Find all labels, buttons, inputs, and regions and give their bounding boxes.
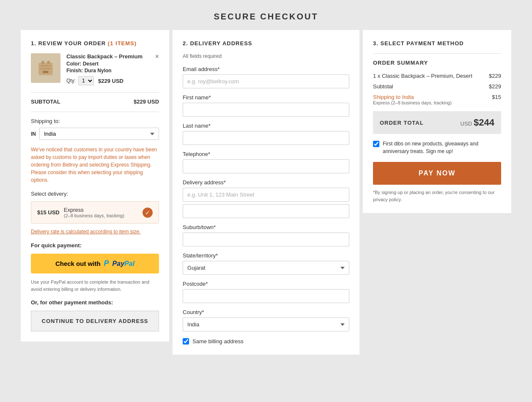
state-label: State/territory*	[183, 252, 349, 259]
product-name: Classic Backpack – Premium	[66, 53, 159, 60]
country-group: Country* India Australia United States	[183, 309, 349, 331]
summary-shipping-row: Shipping to India $15 Express (2–8 busin…	[373, 94, 501, 105]
product-image	[31, 53, 60, 83]
shipping-label: Shipping to:	[31, 118, 159, 124]
product-qty-row: Qty: 1 2 3 $229 USD	[66, 76, 159, 85]
telephone-label: Telephone*	[183, 151, 349, 157]
email-group: Email address*	[183, 66, 349, 88]
subtotal-value: $229 USD	[134, 98, 159, 105]
paypal-p-icon: P	[104, 259, 109, 268]
state-group: State/territory* Gujarat Maharashtra Kar…	[183, 252, 349, 275]
last-name-input[interactable]	[183, 131, 349, 145]
delivery-option[interactable]: $15 USD Express (2–8 business days, trac…	[31, 201, 159, 224]
first-name-input[interactable]	[183, 103, 349, 117]
quick-payment-label: For quick payment:	[31, 242, 159, 249]
divider-1	[31, 92, 159, 93]
country-row: IN India United States Australia	[31, 128, 159, 140]
right-panel: 3. SELECT PAYMENT METHOD ORDER SUMMARY 1…	[363, 30, 511, 213]
summary-item-row: 1 x Classic Backpack – Premium, Desert $…	[373, 73, 501, 79]
quantity-stepper[interactable]: 1 2 3	[78, 76, 94, 85]
telephone-input[interactable]	[183, 159, 349, 173]
product-price: $229 USD	[98, 78, 123, 84]
delivery-address-group: Delivery address*	[183, 179, 349, 218]
selected-delivery-check: ✓	[143, 208, 153, 218]
suburb-group: Suburb/town*	[183, 224, 349, 246]
order-total-box: ORDER TOTAL USD$244	[373, 111, 501, 134]
product-finish: Finish: Dura Nylon	[66, 68, 159, 74]
last-name-label: Last name*	[183, 123, 349, 129]
summary-subtotal-label: Subtotal	[373, 83, 393, 90]
delivery-address-input-1[interactable]	[183, 188, 349, 202]
middle-panel: 2. DELIVERY ADDRESS All fields required …	[173, 30, 359, 355]
first-name-label: First name*	[183, 94, 349, 101]
subtotal-label: SUBTOTAL	[31, 98, 60, 105]
continue-to-delivery-button[interactable]: CONTINUE TO DELIVERY ADDRESS	[31, 311, 159, 331]
payment-method-title: 3. SELECT PAYMENT METHOD	[373, 40, 501, 46]
state-select[interactable]: Gujarat Maharashtra Karnataka Delhi	[183, 261, 349, 275]
telephone-group: Telephone*	[183, 151, 349, 173]
qty-label: Qty:	[66, 78, 76, 84]
summary-subtotal-row: Subtotal $229	[373, 83, 501, 90]
country-select[interactable]: India United States Australia	[39, 128, 159, 140]
svg-rect-4	[41, 68, 51, 69]
delivery-rate-link[interactable]: Delivery rate is calculated according to…	[31, 229, 159, 235]
privacy-note: *By signing up or placing an order, you'…	[373, 189, 501, 203]
customs-warning: We've noticed that customers in your cou…	[31, 146, 159, 184]
postcode-input[interactable]	[183, 289, 349, 303]
first-name-group: First name*	[183, 94, 349, 117]
postcode-group: Postcode*	[183, 281, 349, 303]
delivery-price: $15 USD	[37, 209, 60, 216]
billing-checkbox-row: Same billing address	[183, 338, 349, 345]
left-panel: 1. REVIEW YOUR ORDER (1 ITEMS) Classic B…	[21, 30, 169, 342]
svg-rect-5	[43, 71, 48, 73]
shipping-to-label: Shipping to India	[373, 94, 414, 100]
delivery-name: Express	[64, 207, 84, 213]
shipping-details: Express (2–8 business days, tracking)	[373, 100, 501, 105]
newsletter-checkbox[interactable]	[373, 141, 379, 147]
paypal-button[interactable]: Check out with P PayPal	[31, 254, 159, 273]
remove-item-button[interactable]: ×	[155, 53, 159, 60]
shipping-price: $15	[492, 94, 501, 100]
country-field-select[interactable]: India Australia United States	[183, 317, 349, 331]
delivery-address-input-2[interactable]	[183, 204, 349, 218]
suburb-input[interactable]	[183, 232, 349, 246]
divider-2	[31, 112, 159, 112]
newsletter-row: First dibs on new products, giveaways an…	[373, 140, 501, 155]
svg-rect-1	[41, 61, 44, 64]
delivery-days: (2–8 business days, tracking)	[64, 213, 124, 218]
summary-item-price: $229	[489, 73, 501, 79]
select-delivery-label: Select delivery:	[31, 191, 159, 197]
svg-rect-3	[41, 65, 51, 66]
summary-item-desc: 1 x Classic Backpack – Premium, Desert	[373, 73, 472, 79]
last-name-group: Last name*	[183, 123, 349, 145]
billing-checkbox-label: Same billing address	[192, 338, 244, 345]
newsletter-label: First dibs on new products, giveaways an…	[383, 140, 501, 155]
delivery-address-label: Delivery address*	[183, 179, 349, 186]
email-input[interactable]	[183, 74, 349, 88]
order-total-label: ORDER TOTAL	[380, 120, 424, 126]
pay-now-button[interactable]: PAY NOW	[373, 162, 501, 185]
country-code: IN	[31, 131, 36, 137]
delivery-address-title: 2. DELIVERY ADDRESS	[183, 40, 349, 46]
other-payment-label: Or, for other payment methods:	[31, 299, 159, 306]
checkout-container: 1. REVIEW YOUR ORDER (1 ITEMS) Classic B…	[12, 30, 520, 372]
suburb-label: Suburb/town*	[183, 224, 349, 230]
country-label: Country*	[183, 309, 349, 315]
page-header: SECURE CHECKOUT	[0, 0, 532, 30]
divider-right-1	[373, 53, 501, 54]
paypal-btn-text: Check out with	[55, 260, 101, 267]
product-info: Classic Backpack – Premium Color: Desert…	[66, 53, 159, 85]
paypal-note: Use your PayPal account to complete the …	[31, 279, 159, 293]
currency-label: USD	[461, 120, 472, 127]
subtotal-row: SUBTOTAL $229 USD	[31, 98, 159, 105]
billing-checkbox[interactable]	[183, 338, 189, 345]
order-summary-title: ORDER SUMMARY	[373, 60, 501, 66]
svg-rect-2	[47, 61, 50, 64]
summary-subtotal-price: $229	[489, 83, 501, 90]
all-fields-note: All fields required	[183, 53, 349, 59]
email-label: Email address*	[183, 66, 349, 72]
order-item: Classic Backpack – Premium Color: Desert…	[31, 53, 159, 85]
product-color: Color: Desert	[66, 61, 159, 67]
delivery-info: $15 USD Express (2–8 business days, trac…	[37, 207, 124, 218]
page-title: SECURE CHECKOUT	[0, 12, 532, 22]
